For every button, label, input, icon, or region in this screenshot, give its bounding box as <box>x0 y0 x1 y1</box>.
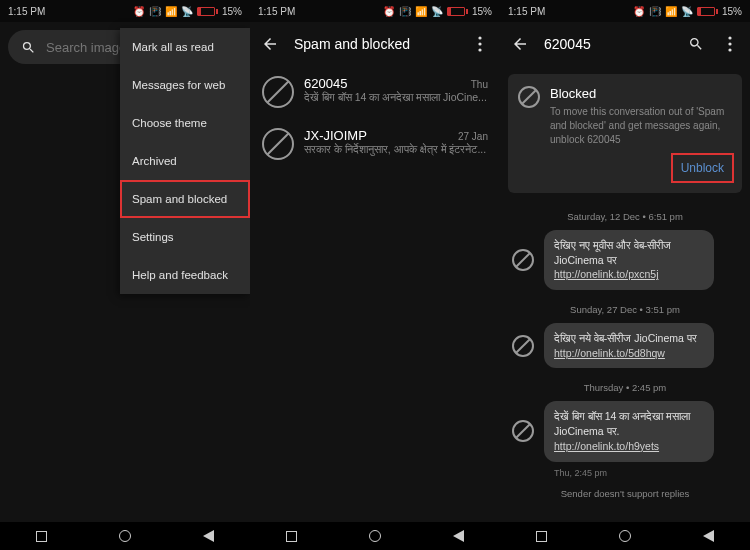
status-icons: ⏰ 📳 📶 📡 15% <box>133 6 242 17</box>
message-link[interactable]: http://onelink.to/h9yets <box>554 440 659 452</box>
panel-spam-list: 1:15 PM ⏰ 📳 📶 📡 15% Spam and blocked 620… <box>250 0 500 550</box>
nav-home[interactable] <box>369 530 381 542</box>
message-group: Saturday, 12 Dec • 6:51 pm देखिए नए मूवी… <box>500 201 750 294</box>
back-icon[interactable] <box>260 34 280 54</box>
signal-icon: 📶 <box>415 6 427 17</box>
wifi-icon: 📡 <box>681 6 693 17</box>
list-item[interactable]: JX-JIOIMP27 Jan सरकार के निर्देशानुसार, … <box>250 118 500 170</box>
more-icon[interactable] <box>470 34 490 54</box>
nav-back[interactable] <box>453 530 464 542</box>
status-bar: 1:15 PM ⏰ 📳 📶 📡 15% <box>0 0 250 22</box>
block-icon <box>262 128 294 160</box>
message-bubble[interactable]: देखिए नये वेब-सीरीज JioCinema पर http://… <box>544 323 714 368</box>
svg-point-1 <box>478 42 481 45</box>
menu-settings[interactable]: Settings <box>120 218 250 256</box>
block-icon <box>512 249 534 271</box>
battery-pct: 15% <box>722 6 742 17</box>
back-icon[interactable] <box>510 34 530 54</box>
item-time: 27 Jan <box>458 131 488 142</box>
item-sub: देखें बिग बॉस 14 का अनदेखा मसाला JioCine… <box>304 91 488 104</box>
nav-home[interactable] <box>619 530 631 542</box>
svg-point-0 <box>478 36 481 39</box>
svg-point-3 <box>728 36 731 39</box>
nav-bar <box>500 522 750 550</box>
status-time: 1:15 PM <box>8 6 45 17</box>
item-sub: सरकार के निर्देशानुसार, आपके क्षेत्र में… <box>304 143 488 156</box>
message-time: Thu, 2:45 pm <box>500 466 750 480</box>
alarm-icon: ⏰ <box>133 6 145 17</box>
list-item[interactable]: 620045Thu देखें बिग बॉस 14 का अनदेखा मसा… <box>250 66 500 118</box>
blocked-card: Blocked To move this conversation out of… <box>508 74 742 193</box>
reply-disabled-note: Sender doesn't support replies <box>500 480 750 507</box>
menu-archived[interactable]: Archived <box>120 142 250 180</box>
nav-back[interactable] <box>703 530 714 542</box>
battery-pct: 15% <box>472 6 492 17</box>
spam-header: Spam and blocked <box>250 22 500 66</box>
block-icon <box>512 420 534 442</box>
nav-back[interactable] <box>203 530 214 542</box>
block-icon <box>512 335 534 357</box>
svg-point-5 <box>728 48 731 51</box>
date-label: Sunday, 27 Dec • 3:51 pm <box>500 294 750 319</box>
battery-icon <box>697 7 718 16</box>
block-icon <box>262 76 294 108</box>
panel-conversation: 1:15 PM ⏰ 📳 📶 📡 15% 620045 Blocked To mo… <box>500 0 750 550</box>
alarm-icon: ⏰ <box>383 6 395 17</box>
battery-icon <box>447 7 468 16</box>
block-icon <box>518 86 540 108</box>
menu-spam-blocked[interactable]: Spam and blocked <box>120 180 250 218</box>
nav-recents[interactable] <box>286 531 297 542</box>
page-title: 620045 <box>544 36 672 52</box>
signal-icon: 📶 <box>165 6 177 17</box>
spam-list: 620045Thu देखें बिग बॉस 14 का अनदेखा मसा… <box>250 66 500 170</box>
battery-icon <box>197 7 218 16</box>
message-group: Thursday • 2:45 pm देखें बिग बॉस 14 का अ… <box>500 372 750 479</box>
svg-point-4 <box>728 42 731 45</box>
status-bar: 1:15 PM ⏰ 📳 📶 📡 15% <box>250 0 500 22</box>
menu-help-feedback[interactable]: Help and feedback <box>120 256 250 294</box>
svg-point-2 <box>478 48 481 51</box>
status-icons: ⏰ 📳 📶 📡 15% <box>383 6 492 17</box>
wifi-icon: 📡 <box>181 6 193 17</box>
date-label: Thursday • 2:45 pm <box>500 372 750 397</box>
alarm-icon: ⏰ <box>633 6 645 17</box>
nav-home[interactable] <box>119 530 131 542</box>
nav-recents[interactable] <box>36 531 47 542</box>
messages-scroll[interactable]: Saturday, 12 Dec • 6:51 pm देखिए नए मूवी… <box>500 201 750 531</box>
message-bubble[interactable]: देखिए नए मूवीस और वेब-सीरीज JioCinema पर… <box>544 230 714 290</box>
menu-messages-web[interactable]: Messages for web <box>120 66 250 104</box>
status-icons: ⏰ 📳 📶 📡 15% <box>633 6 742 17</box>
nav-recents[interactable] <box>536 531 547 542</box>
blocked-heading: Blocked <box>550 86 732 101</box>
panel-messages-home: 1:15 PM ⏰ 📳 📶 📡 15% Mark all as read Mes… <box>0 0 250 550</box>
status-time: 1:15 PM <box>258 6 295 17</box>
vibrate-icon: 📳 <box>149 6 161 17</box>
nav-bar <box>0 522 250 550</box>
wifi-icon: 📡 <box>431 6 443 17</box>
status-bar: 1:15 PM ⏰ 📳 📶 📡 15% <box>500 0 750 22</box>
nav-bar <box>250 522 500 550</box>
blocked-desc: To move this conversation out of 'Spam a… <box>550 105 732 147</box>
menu-mark-all-read[interactable]: Mark all as read <box>120 28 250 66</box>
battery-pct: 15% <box>222 6 242 17</box>
menu-choose-theme[interactable]: Choose theme <box>120 104 250 142</box>
item-time: Thu <box>471 79 488 90</box>
message-bubble[interactable]: देखें बिग बॉस 14 का अनदेखा मसाला JioCine… <box>544 401 714 461</box>
vibrate-icon: 📳 <box>649 6 661 17</box>
date-label: Saturday, 12 Dec • 6:51 pm <box>500 201 750 226</box>
page-title: Spam and blocked <box>294 36 456 52</box>
search-icon <box>18 37 38 57</box>
more-icon[interactable] <box>720 34 740 54</box>
search-icon[interactable] <box>686 34 706 54</box>
message-link[interactable]: http://onelink.to/pxcn5j <box>554 268 658 280</box>
message-group: Sunday, 27 Dec • 3:51 pm देखिए नये वेब-स… <box>500 294 750 372</box>
status-time: 1:15 PM <box>508 6 545 17</box>
vibrate-icon: 📳 <box>399 6 411 17</box>
item-title: JX-JIOIMP <box>304 128 367 143</box>
message-link[interactable]: http://onelink.to/5d8hqw <box>554 347 665 359</box>
item-title: 620045 <box>304 76 347 91</box>
conversation-header: 620045 <box>500 22 750 66</box>
overflow-menu: Mark all as read Messages for web Choose… <box>120 28 250 294</box>
unblock-button[interactable]: Unblock <box>673 155 732 181</box>
signal-icon: 📶 <box>665 6 677 17</box>
